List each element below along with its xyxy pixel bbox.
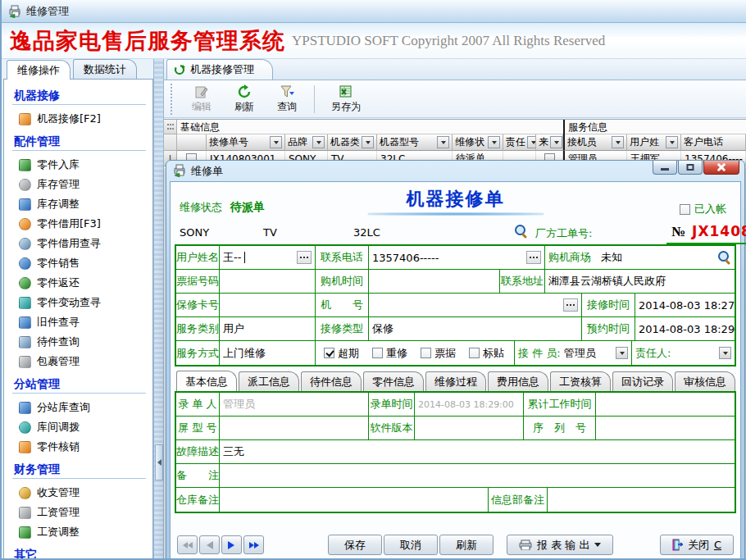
software-version-field[interactable] bbox=[415, 417, 524, 439]
col-brand[interactable]: 品牌 bbox=[285, 134, 328, 151]
sidebar-item-salary-manage[interactable]: 工资管理 bbox=[12, 503, 152, 522]
filter-dropdown-icon[interactable] bbox=[270, 136, 282, 148]
refresh-button[interactable]: 刷新 bbox=[223, 82, 266, 116]
info-dept-remark-field[interactable] bbox=[548, 488, 735, 512]
booked-checkbox[interactable] bbox=[680, 204, 690, 215]
last-record-button[interactable] bbox=[243, 535, 264, 554]
receive-time-field[interactable]: 2014-08-03 18:27:00 bbox=[635, 294, 735, 316]
serial-no-field[interactable] bbox=[596, 417, 735, 439]
filter-dropdown-icon[interactable] bbox=[666, 136, 678, 148]
rework-checkbox[interactable] bbox=[372, 348, 383, 358]
purchase-time-field[interactable] bbox=[369, 270, 500, 293]
customer-name-field[interactable]: 王-- bbox=[220, 246, 316, 269]
toolbar-grip[interactable] bbox=[171, 84, 174, 115]
col-machine-class[interactable]: 机器类 bbox=[328, 134, 377, 151]
sidebar-item-inventory[interactable]: 库存管理 bbox=[12, 175, 152, 194]
entry-person-field[interactable]: 管理员 bbox=[220, 393, 369, 416]
warranty-card-field[interactable] bbox=[220, 294, 316, 316]
tab-parts-info[interactable]: 零件信息 bbox=[363, 371, 424, 391]
sidebar-item-inventory-adjust[interactable]: 库存调整 bbox=[12, 194, 152, 214]
sidebar-item-borrow-search[interactable]: 零件借用查寻 bbox=[12, 234, 152, 253]
machine-no-ellipsis-button[interactable] bbox=[563, 298, 578, 312]
close-dialog-button[interactable]: 关闭C bbox=[660, 535, 734, 555]
next-record-button[interactable] bbox=[221, 535, 242, 554]
tab-followup-record[interactable]: 回访记录 bbox=[612, 371, 673, 391]
sidebar-item-machine-repair[interactable]: 机器接修[F2] bbox=[12, 109, 152, 129]
warehouse-remark-field[interactable] bbox=[220, 488, 489, 512]
responsible-dropdown[interactable] bbox=[719, 347, 731, 359]
receipt-no-field[interactable] bbox=[220, 270, 316, 293]
overdue-check[interactable]: 超期 bbox=[324, 346, 359, 361]
service-mode-field[interactable]: 上门维修 bbox=[220, 341, 316, 365]
contact-address-field[interactable]: 湘潭县云湖桥镇人民政府 bbox=[545, 270, 735, 293]
factory-order-search-icon[interactable] bbox=[515, 225, 528, 238]
rework-check[interactable]: 重修 bbox=[372, 346, 407, 361]
minimize-button[interactable] bbox=[653, 161, 677, 175]
tab-machine-repair-manage[interactable]: 机器接修管理 bbox=[166, 59, 273, 80]
save-button[interactable]: 保存 bbox=[328, 535, 382, 555]
tab-audit-info[interactable]: 审核信息 bbox=[675, 371, 735, 391]
filter-dropdown-icon[interactable] bbox=[550, 136, 562, 148]
col-duty[interactable]: 责任 bbox=[503, 134, 536, 151]
filter-dropdown-icon[interactable] bbox=[488, 136, 500, 148]
repair-type-field[interactable]: 保修 bbox=[369, 317, 582, 340]
tab-salary-calc[interactable]: 工资核算 bbox=[550, 371, 611, 391]
sticker-checkbox[interactable] bbox=[469, 348, 480, 358]
col-select[interactable] bbox=[177, 134, 207, 151]
receipt-checkbox[interactable] bbox=[421, 348, 431, 358]
sidebar-item-parts-change-search[interactable]: 零件变动查寻 bbox=[12, 293, 152, 312]
filter-dropdown-icon[interactable] bbox=[362, 136, 374, 148]
col-order-no[interactable]: 接修单号 bbox=[207, 134, 285, 151]
sidebar-splitter[interactable] bbox=[153, 59, 164, 558]
col-model[interactable]: 机器型号 bbox=[377, 134, 453, 151]
col-status[interactable]: 维修状 bbox=[453, 134, 503, 151]
remark-field[interactable] bbox=[220, 464, 735, 487]
tab-repair-process[interactable]: 维修过程 bbox=[425, 371, 486, 391]
sidebar-item-pending-parts-query[interactable]: 待件查询 bbox=[12, 332, 152, 352]
receiver-dropdown[interactable] bbox=[616, 347, 628, 359]
sidebar-item-old-parts-search[interactable]: 旧件查寻 bbox=[12, 312, 152, 332]
appointment-time-field[interactable]: 2014-08-03 18:29:00 bbox=[635, 317, 735, 340]
cancel-button[interactable]: 取消 bbox=[384, 535, 438, 555]
mall-search-icon[interactable] bbox=[718, 251, 731, 264]
refresh-record-button[interactable]: 刷新 bbox=[439, 535, 494, 555]
filter-dropdown-icon[interactable] bbox=[437, 136, 449, 148]
report-output-button[interactable]: 报 表 输 出 bbox=[507, 535, 613, 555]
tab-data-stats[interactable]: 数据统计 bbox=[73, 59, 137, 79]
contact-phone-ellipsis-button[interactable] bbox=[526, 251, 541, 264]
close-button[interactable] bbox=[703, 161, 739, 175]
sidebar-item-parts-inbound[interactable]: 零件入库 bbox=[12, 155, 152, 175]
sidebar-item-branch-stock-query[interactable]: 分站库查询 bbox=[12, 398, 152, 417]
total-work-time-field[interactable] bbox=[596, 393, 735, 416]
sidebar-item-income-expense[interactable]: 收支管理 bbox=[12, 483, 152, 503]
overdue-checkbox[interactable] bbox=[324, 348, 334, 358]
col-receiver[interactable]: 接机员 bbox=[563, 134, 627, 151]
filter-dropdown-icon[interactable] bbox=[312, 136, 325, 148]
receipt-check[interactable]: 票据 bbox=[421, 346, 456, 361]
sticker-check[interactable]: 标贴 bbox=[469, 346, 504, 361]
sidebar-item-package-manage[interactable]: 包裹管理 bbox=[12, 352, 152, 371]
tab-pending-parts[interactable]: 待件信息 bbox=[301, 371, 362, 391]
sidebar-item-parts-sale[interactable]: 零件销售 bbox=[12, 253, 152, 273]
col-phone[interactable]: 客户电话 bbox=[681, 134, 746, 151]
screen-model-field[interactable] bbox=[220, 417, 369, 439]
tab-basic-info[interactable]: 基本信息 bbox=[176, 371, 237, 391]
sidebar-item-parts-writeoff[interactable]: 零件核销 bbox=[12, 437, 152, 457]
tab-dispatch-info[interactable]: 派工信息 bbox=[239, 371, 299, 391]
filter-dropdown-icon[interactable] bbox=[527, 136, 536, 148]
sidebar-item-salary-adjust[interactable]: 工资调整 bbox=[12, 522, 152, 542]
filter-dropdown-icon[interactable] bbox=[612, 136, 624, 148]
save-as-button[interactable]: 另存为 bbox=[321, 82, 371, 116]
machine-no-field[interactable] bbox=[369, 294, 582, 316]
first-record-button[interactable] bbox=[177, 535, 198, 554]
splitter-collapse-button[interactable] bbox=[155, 444, 163, 480]
contact-phone-field[interactable]: 1357406----- bbox=[369, 246, 545, 269]
prev-record-button[interactable] bbox=[199, 535, 220, 554]
tab-repair-ops[interactable]: 维修操作 bbox=[7, 60, 71, 80]
sidebar-item-stock-transfer[interactable]: 库间调拨 bbox=[12, 417, 152, 437]
fault-desc-field[interactable]: 三无 bbox=[220, 440, 735, 463]
maximize-button[interactable] bbox=[678, 161, 703, 175]
tab-fee-info[interactable]: 费用信息 bbox=[488, 371, 548, 391]
sidebar-item-parts-borrow[interactable]: 零件借用[F3] bbox=[12, 214, 152, 234]
query-button[interactable]: 查询 bbox=[266, 82, 308, 116]
